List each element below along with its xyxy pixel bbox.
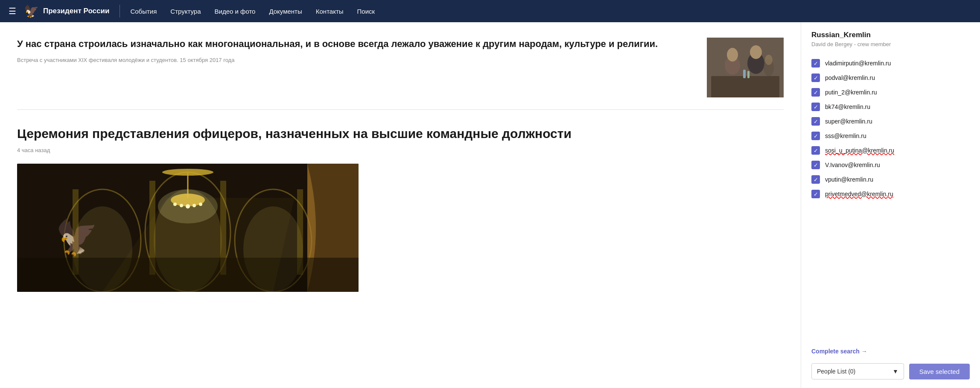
email-address: privetmedved@kremlin.ru bbox=[825, 191, 893, 197]
article-2-meta: 4 часа назад bbox=[17, 147, 784, 153]
email-list: ✓vladimirputin@kremlin.ru✓podval@kremlin… bbox=[811, 56, 970, 342]
email-item: ✓vputin@kremlin.ru bbox=[811, 172, 970, 187]
email-address: V.Ivanov@kremlin.ru bbox=[825, 162, 880, 168]
complete-search-link[interactable]: Complete search → bbox=[811, 348, 970, 355]
people-list-dropdown[interactable]: People List (0) ▼ bbox=[811, 363, 904, 379]
checkmark-icon: ✓ bbox=[814, 75, 818, 81]
article-1-img-svg bbox=[707, 38, 784, 97]
email-item: ✓podval@kremlin.ru bbox=[811, 71, 970, 85]
article-1-text: У нас страна строилась изначально как мн… bbox=[17, 38, 694, 63]
logo-eagle-icon: 🦅 bbox=[24, 4, 39, 18]
article-2: Церемония представления офицеров, назнач… bbox=[17, 110, 784, 292]
email-checkbox[interactable]: ✓ bbox=[811, 146, 820, 155]
email-item: ✓sss@kremlin.ru bbox=[811, 129, 970, 143]
nav-link-search[interactable]: Поиск bbox=[357, 8, 375, 15]
email-address: podval@kremlin.ru bbox=[825, 74, 875, 81]
right-panel: Russian_Kremlin David de Bergey - crew m… bbox=[801, 22, 980, 388]
email-item: ✓sosi_u_putina@kremlin.ru bbox=[811, 143, 970, 158]
email-address: bk74@kremlin.ru bbox=[825, 103, 870, 110]
checkmark-icon: ✓ bbox=[814, 90, 818, 95]
checkmark-icon: ✓ bbox=[814, 104, 818, 110]
email-checkbox[interactable]: ✓ bbox=[811, 161, 820, 169]
checkmark-icon: ✓ bbox=[814, 119, 818, 124]
email-item: ✓super@kremlin.ru bbox=[811, 114, 970, 129]
email-address: putin_2@kremlin.ru bbox=[825, 89, 877, 96]
nav-separator bbox=[120, 5, 120, 18]
article-2-img-overlay: 🦅 bbox=[17, 164, 359, 292]
email-item: ✓privetmedved@kremlin.ru bbox=[811, 187, 970, 201]
svg-rect-10 bbox=[707, 38, 784, 97]
checkmark-icon: ✓ bbox=[814, 148, 818, 153]
people-list-label: People List (0) bbox=[817, 368, 855, 375]
nav-link-events[interactable]: События bbox=[130, 8, 157, 15]
save-selected-button[interactable]: Save selected bbox=[909, 364, 970, 379]
site-logo[interactable]: 🦅 Президент России bbox=[24, 4, 109, 18]
nav-link-video[interactable]: Видео и фото bbox=[215, 8, 256, 15]
email-item: ✓V.Ivanov@kremlin.ru bbox=[811, 158, 970, 172]
email-checkbox[interactable]: ✓ bbox=[811, 175, 820, 184]
article-2-image: 🦅 bbox=[17, 164, 359, 292]
checkmark-icon: ✓ bbox=[814, 177, 818, 182]
content-area: У нас страна строилась изначально как мн… bbox=[0, 22, 980, 388]
panel-title: Russian_Kremlin bbox=[811, 31, 970, 39]
article-1-image-inner bbox=[707, 38, 784, 97]
email-checkbox[interactable]: ✓ bbox=[811, 117, 820, 126]
dropdown-arrow-icon: ▼ bbox=[892, 368, 898, 375]
nav-links: События Структура Видео и фото Документы… bbox=[130, 8, 971, 15]
email-checkbox[interactable]: ✓ bbox=[811, 73, 820, 82]
checkmark-icon: ✓ bbox=[814, 61, 818, 66]
email-checkbox[interactable]: ✓ bbox=[811, 190, 820, 198]
site-name: Президент России bbox=[43, 7, 109, 15]
email-item: ✓bk74@kremlin.ru bbox=[811, 100, 970, 114]
checkmark-icon: ✓ bbox=[814, 133, 818, 139]
article-1-image bbox=[707, 38, 784, 97]
panel-footer: People List (0) ▼ Save selected bbox=[811, 363, 970, 379]
email-checkbox[interactable]: ✓ bbox=[811, 132, 820, 140]
main-content: У нас страна строилась изначально как мн… bbox=[0, 22, 801, 388]
hamburger-menu-icon[interactable]: ☰ bbox=[9, 6, 16, 16]
email-checkbox[interactable]: ✓ bbox=[811, 59, 820, 68]
email-item: ✓vladimirputin@kremlin.ru bbox=[811, 56, 970, 71]
email-address: sss@kremlin.ru bbox=[825, 132, 866, 139]
email-address: vladimirputin@kremlin.ru bbox=[825, 60, 891, 67]
email-item: ✓putin_2@kremlin.ru bbox=[811, 85, 970, 100]
email-address: vputin@kremlin.ru bbox=[825, 176, 873, 183]
nav-link-structure[interactable]: Структура bbox=[170, 8, 201, 15]
article-1-caption: Встреча с участниками XIX фестиваля моло… bbox=[17, 57, 694, 63]
email-address: super@kremlin.ru bbox=[825, 118, 872, 125]
article-1-quote: У нас страна строилась изначально как мн… bbox=[17, 38, 694, 51]
panel-subtitle: David de Bergey - crew member bbox=[811, 41, 970, 47]
article-2-img-svg: 🦅 bbox=[17, 164, 359, 292]
email-checkbox[interactable]: ✓ bbox=[811, 103, 820, 111]
navigation: ☰ 🦅 Президент России События Структура В… bbox=[0, 0, 980, 22]
article-2-title: Церемония представления офицеров, назнач… bbox=[17, 125, 784, 142]
checkmark-icon: ✓ bbox=[814, 191, 818, 197]
checkmark-icon: ✓ bbox=[814, 162, 818, 168]
nav-link-contacts[interactable]: Контакты bbox=[316, 8, 344, 15]
email-address: sosi_u_putina@kremlin.ru bbox=[825, 147, 894, 154]
email-checkbox[interactable]: ✓ bbox=[811, 88, 820, 97]
article-1: У нас страна строилась изначально как мн… bbox=[17, 22, 784, 110]
nav-link-documents[interactable]: Документы bbox=[269, 8, 302, 15]
